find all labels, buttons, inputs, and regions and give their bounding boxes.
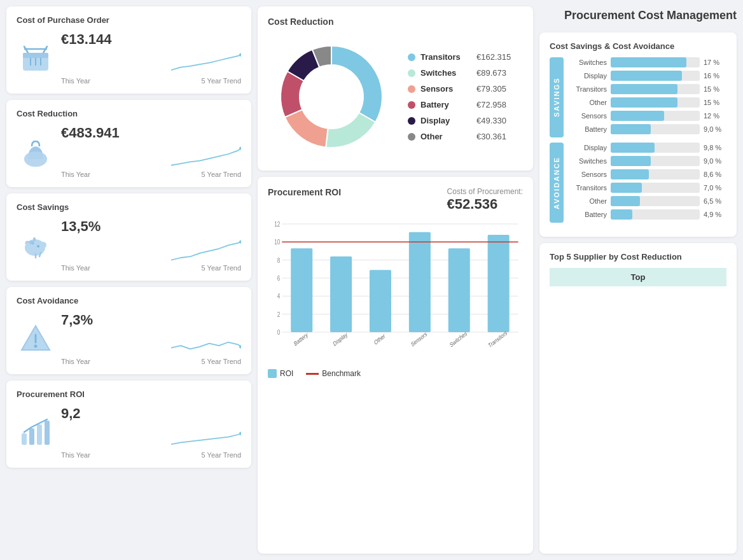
kpi-values-2: 13,5% This Year 5 Year Trend bbox=[61, 218, 241, 272]
roi-legend-roi-label: ROI bbox=[280, 369, 293, 378]
kpi-title-1: Cost Reduction bbox=[17, 109, 241, 118]
kpi-this-year-0: This Year bbox=[61, 77, 90, 85]
legend-item-1: Switches €89.673 bbox=[408, 68, 523, 78]
bar-4 bbox=[448, 248, 470, 332]
roi-card: Procurement ROI Costs of Procurement: €5… bbox=[258, 177, 533, 554]
roi-legend-roi-rect bbox=[268, 369, 277, 378]
svg-rect-22 bbox=[37, 424, 42, 445]
legend-dot-3 bbox=[408, 101, 415, 109]
kpi-title-0: Cost of Purchase Order bbox=[17, 15, 241, 25]
svg-text:10: 10 bbox=[274, 238, 280, 246]
supplier-col-header: Top bbox=[550, 268, 726, 286]
svg-rect-20 bbox=[22, 433, 27, 445]
page: Cost of Purchase Order €13.144 This Year bbox=[0, 0, 743, 560]
sparkline-2 bbox=[171, 237, 241, 263]
svg-point-13 bbox=[37, 245, 39, 248]
savings-bar-row-1: Switches 9,0 % bbox=[569, 156, 726, 166]
svg-point-10 bbox=[40, 242, 46, 248]
savings-bar-row-0: Display 9,8 % bbox=[569, 143, 726, 153]
savings-bar-outer-3 bbox=[611, 97, 700, 108]
kpi-icon-4 bbox=[17, 413, 55, 451]
svg-text:12: 12 bbox=[274, 220, 280, 228]
legend-label-5: Other bbox=[420, 132, 471, 141]
donut-svg bbox=[268, 33, 395, 160]
savings-section-label-savings: SAVINGS bbox=[550, 57, 564, 137]
legend-val-1: €89.673 bbox=[476, 68, 506, 78]
savings-bar-fill-4 bbox=[611, 196, 640, 206]
kpi-title-2: Cost Savings bbox=[17, 202, 241, 212]
svg-point-18 bbox=[34, 345, 38, 348]
savings-bar-pct-2: 8,6 % bbox=[704, 171, 726, 178]
roi-cost-label: Costs of Procurement: bbox=[447, 187, 523, 196]
sparkline-1 bbox=[171, 144, 241, 169]
savings-bar-outer-4 bbox=[611, 196, 700, 206]
savings-bar-pct-0: 9,8 % bbox=[704, 144, 726, 151]
savings-bar-row-0: Switches 17 % bbox=[569, 57, 726, 67]
kpi-trend-row-0: This Year 5 Year Trend bbox=[61, 50, 241, 85]
savings-bar-fill-3 bbox=[611, 183, 642, 193]
legend-val-3: €72.958 bbox=[476, 100, 506, 109]
svg-rect-4 bbox=[23, 53, 48, 58]
kpi-inner-3: 7,3% This Year 5 Year Trend bbox=[17, 312, 241, 365]
svg-text:Other: Other bbox=[373, 332, 386, 346]
legend-val-4: €49.330 bbox=[476, 116, 506, 125]
bar-1 bbox=[330, 256, 352, 332]
svg-point-7 bbox=[24, 151, 47, 167]
page-title: Procurement Cost Management bbox=[539, 6, 737, 26]
cost-reduction-legend: Transitors €162.315 Switches €89.673 Sen… bbox=[408, 52, 523, 141]
savings-bar-pct-5: 9,0 % bbox=[704, 125, 726, 133]
svg-point-15 bbox=[239, 240, 241, 243]
bar-3 bbox=[409, 232, 431, 332]
legend-item-4: Display €49.330 bbox=[408, 116, 523, 125]
kpi-values-3: 7,3% This Year 5 Year Trend bbox=[61, 312, 241, 365]
svg-rect-14 bbox=[33, 237, 36, 241]
kpi-inner-1: €483.941 This Year 5 Year Trend bbox=[17, 125, 241, 178]
cost-reduction-inner: Transitors €162.315 Switches €89.673 Sen… bbox=[268, 33, 523, 160]
savings-bar-outer-2 bbox=[611, 84, 700, 94]
roi-legend-row: ROI Benchmark bbox=[268, 369, 523, 378]
legend-item-2: Sensors €79.305 bbox=[408, 84, 523, 94]
legend-dot-1 bbox=[408, 69, 415, 77]
savings-bar-pct-4: 12 % bbox=[704, 112, 726, 120]
roi-legend-bench-line bbox=[306, 373, 319, 375]
kpi-trend-label-3: 5 Year Trend bbox=[202, 358, 241, 365]
savings-bar-label-1: Switches bbox=[569, 157, 607, 165]
roi-cost-value: €52.536 bbox=[447, 196, 523, 213]
savings-section-avoidance: AVOIDANCE Display 9,8 % Switches 9,0 % S… bbox=[550, 143, 726, 223]
roi-chart-area: 024681012BatteryDisplayOtherSensorsSwitc… bbox=[268, 218, 523, 364]
savings-bar-pct-3: 15 % bbox=[704, 99, 726, 106]
savings-bar-fill-3 bbox=[611, 97, 677, 108]
roi-legend-bench: Benchmark bbox=[306, 369, 361, 378]
kpi-number-1: €483.941 bbox=[61, 125, 241, 141]
savings-bar-label-4: Sensors bbox=[569, 112, 607, 120]
svg-text:Battery: Battery bbox=[293, 331, 309, 347]
kpi-icon-2 bbox=[17, 226, 55, 264]
savings-bar-pct-1: 16 % bbox=[704, 72, 726, 80]
savings-bars-col-avoidance: Display 9,8 % Switches 9,0 % Sensors bbox=[564, 143, 726, 223]
savings-bar-row-1: Display 16 % bbox=[569, 71, 726, 81]
savings-bar-fill-1 bbox=[611, 71, 682, 81]
savings-bar-row-4: Sensors 12 % bbox=[569, 111, 726, 121]
svg-text:Display: Display bbox=[332, 331, 349, 348]
savings-bar-fill-1 bbox=[611, 156, 651, 166]
left-column: Cost of Purchase Order €13.144 This Year bbox=[6, 6, 251, 554]
legend-label-4: Display bbox=[420, 116, 471, 125]
kpi-card-1: Cost Reduction €483.941 This Year 5 bbox=[6, 100, 251, 187]
savings-bar-label-2: Transitors bbox=[569, 85, 607, 93]
svg-rect-21 bbox=[29, 428, 34, 445]
savings-bar-label-5: Battery bbox=[569, 211, 607, 218]
cost-reduction-title: Cost Reduction bbox=[268, 17, 523, 27]
sparkline-0 bbox=[171, 50, 241, 76]
kpi-this-year-3: This Year bbox=[61, 358, 90, 365]
savings-bars-col-savings: Switches 17 % Display 16 % Transitors bbox=[564, 57, 726, 137]
savings-bar-label-4: Other bbox=[569, 197, 607, 205]
savings-bar-label-2: Sensors bbox=[569, 171, 607, 178]
kpi-icon-3 bbox=[17, 319, 55, 358]
legend-val-2: €79.305 bbox=[476, 84, 506, 94]
svg-point-24 bbox=[239, 432, 241, 435]
svg-point-12 bbox=[32, 243, 34, 244]
bar-0 bbox=[291, 248, 312, 332]
kpi-inner-2: 13,5% This Year 5 Year Trend bbox=[17, 218, 241, 272]
kpi-card-4: Procurement ROI 9,2 This Year 5 bbox=[6, 381, 251, 468]
legend-label-1: Switches bbox=[420, 68, 471, 78]
